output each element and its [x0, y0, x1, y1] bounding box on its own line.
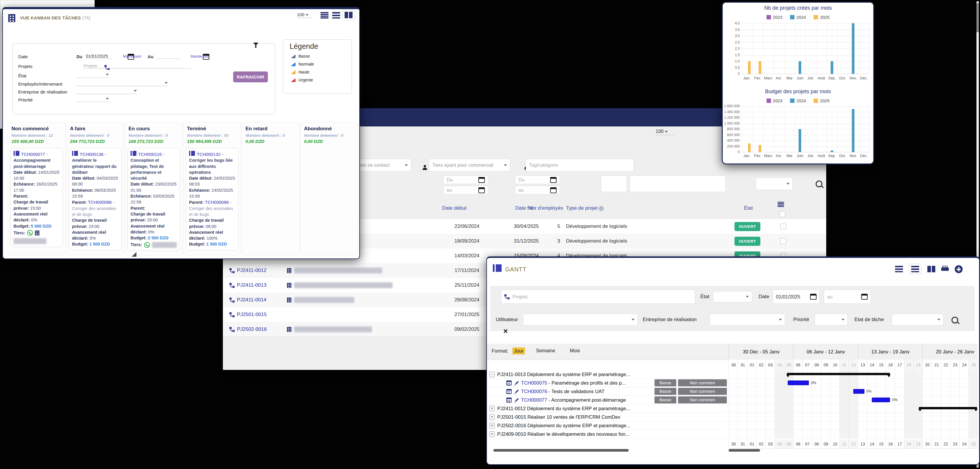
kanban-view-selected-box[interactable]: [342, 10, 355, 20]
parent-task-link[interactable]: TCH000086 -: [88, 200, 115, 205]
col-header-type[interactable]: Type de projet i: [566, 205, 604, 211]
print-icon[interactable]: [941, 266, 949, 272]
gantt-task-row[interactable]: TCH000076 - Tests de validations UATBass…: [487, 387, 727, 396]
task-ref-link[interactable]: TCH000075: [521, 380, 547, 386]
gantt-left-scrollbar-thumb[interactable]: [493, 449, 628, 452]
task-ref-link[interactable]: TCH000077: [521, 397, 547, 403]
task-ref-link[interactable]: TCH000136 -: [80, 152, 106, 157]
expander-icon[interactable]: +: [489, 406, 495, 411]
gantt-date-input[interactable]: 01/01/2025: [773, 289, 820, 304]
gantt-summary-bar[interactable]: [787, 373, 890, 375]
edit-pencil-icon[interactable]: [515, 389, 519, 394]
row-checkbox[interactable]: [780, 238, 786, 244]
task-ref-link[interactable]: TCH000132 -: [197, 152, 223, 157]
format-option-jour[interactable]: Jour: [512, 347, 525, 355]
kanban-page-size-select[interactable]: 100: [297, 12, 312, 18]
gantt-project-row[interactable]: -PJ2411-0013 Déploiement du système ERP …: [487, 370, 727, 379]
add-icon[interactable]: [955, 265, 963, 273]
filter-projets-input[interactable]: Projets: [83, 63, 191, 68]
gantt-task-row[interactable]: TCH000075 - Paramétrage des profils et d…: [487, 379, 727, 387]
gantt-etat-select[interactable]: [713, 291, 752, 302]
gantt-date-au-input[interactable]: au: [824, 289, 871, 304]
edit-pencil-icon[interactable]: [515, 397, 519, 402]
format-option-mois[interactable]: Mois: [568, 347, 582, 354]
calendar-icon[interactable]: [478, 177, 485, 183]
company-icon[interactable]: [35, 231, 40, 235]
project-ref-link[interactable]: PJ2411-0014: [237, 297, 266, 303]
resize-grip-icon[interactable]: [132, 252, 137, 257]
expander-icon[interactable]: +: [489, 414, 495, 420]
gantt-search-icon[interactable]: [951, 317, 958, 323]
whatsapp-icon[interactable]: [27, 230, 33, 236]
gantt-task-bar[interactable]: [853, 389, 864, 394]
employees-filter-input[interactable]: [601, 176, 627, 192]
filter-entreprise-select[interactable]: [76, 88, 137, 94]
select-all-checkbox[interactable]: [780, 211, 785, 217]
calendar-icon[interactable]: [550, 177, 557, 183]
compact-view-icon[interactable]: [332, 12, 340, 19]
gantt-project-row[interactable]: +PJ2411-0012 Déploiement du système ERP …: [487, 404, 727, 413]
gantt-project-row[interactable]: +PJ2501-0015 Réaliser 10 ventes de l'ERP…: [487, 413, 727, 421]
date-debut-au-input[interactable]: au: [443, 186, 488, 194]
expander-icon[interactable]: -: [489, 372, 495, 377]
col-header-date-debut[interactable]: Date début: [425, 205, 484, 211]
date-fin-du-input[interactable]: Du: [515, 176, 560, 184]
gantt-project-row[interactable]: +PJ2502-0016 Déploiement du système ERP …: [487, 421, 727, 430]
gantt-projects-input[interactable]: Projets: [501, 289, 695, 304]
filter-etat-select[interactable]: [76, 72, 109, 78]
gantt-project-row[interactable]: +PJ2409-0010 Réaliser le dévellopements …: [487, 430, 727, 439]
refresh-button[interactable]: RAFRAICHIR: [233, 72, 268, 82]
gantt-task-row[interactable]: TCH000077 - Accompagnement post-démarrag…: [487, 396, 727, 404]
expander-icon[interactable]: +: [489, 423, 495, 428]
date-fin-au-input[interactable]: au: [515, 186, 560, 194]
filter-au-input[interactable]: [156, 54, 180, 59]
project-ref-link[interactable]: PJ2411-0012: [237, 267, 266, 273]
gantt-task-bar[interactable]: [788, 380, 809, 385]
list-view-icon[interactable]: [320, 12, 328, 19]
filter-employes-select[interactable]: [76, 80, 168, 86]
tag-category-input[interactable]: Tag/catégorie: [526, 159, 634, 172]
now-link-1[interactable]: Maintenant: [123, 54, 141, 59]
gantt-task-bar[interactable]: [872, 397, 890, 402]
calendar-icon[interactable]: [550, 187, 557, 193]
list-view-icon[interactable]: [895, 266, 903, 272]
status-filter-select[interactable]: [756, 178, 793, 190]
task-ref-link[interactable]: TCH000076: [521, 389, 547, 394]
format-option-semaine[interactable]: Semaine: [535, 347, 557, 354]
expander-icon[interactable]: +: [489, 431, 495, 437]
task-ref-link[interactable]: TCH000077 -: [21, 152, 48, 157]
task-ref-link[interactable]: TCH000116 -: [138, 152, 164, 157]
kanban-card[interactable]: TCH000077 - Accompagnement post-démarrag…: [10, 148, 63, 247]
filter-priorite-select[interactable]: [76, 96, 109, 102]
type-filter-input[interactable]: [630, 176, 725, 192]
calendar-icon[interactable]: [506, 397, 512, 402]
gantt-entreprise-select[interactable]: [710, 314, 785, 326]
row-checkbox[interactable]: [780, 224, 786, 229]
calendar-icon[interactable]: [861, 294, 868, 300]
column-selector-icon[interactable]: [778, 202, 784, 207]
now-link-2[interactable]: Maintenant: [191, 54, 209, 59]
gantt-grid-scrollbar-thumb[interactable]: [729, 449, 760, 452]
calendar-icon[interactable]: [506, 389, 512, 394]
projects-page-size-select[interactable]: 100: [656, 129, 675, 135]
project-ref-link[interactable]: PJ2502-0016: [237, 326, 267, 332]
search-icon[interactable]: [816, 181, 822, 187]
calendar-icon[interactable]: [478, 187, 485, 193]
filter-du-input[interactable]: 01/01/2025: [86, 54, 112, 59]
col-header-etat[interactable]: État: [719, 205, 778, 211]
kanban-card[interactable]: TCH000132 - Corriger les bugs liée aux d…: [186, 148, 239, 250]
calendar-icon[interactable]: [810, 294, 816, 300]
gantt-priorite-select[interactable]: [815, 314, 848, 326]
gantt-summary-bar[interactable]: [919, 407, 977, 409]
date-debut-du-input[interactable]: Du: [443, 176, 488, 184]
project-ref-link[interactable]: PJ2411-0013: [237, 282, 266, 288]
kanban-view-icon[interactable]: [928, 266, 935, 272]
project-ref-link[interactable]: PJ2501-0015: [237, 312, 267, 318]
tiers-commercial-select[interactable]: Tiers ayant pour commercial: [429, 159, 510, 172]
gantt-etat-tache-select[interactable]: [892, 314, 943, 326]
gantt-clear-icon[interactable]: [503, 329, 508, 334]
whatsapp-icon[interactable]: [144, 242, 150, 248]
parent-task-link[interactable]: TCH000086 -: [205, 200, 231, 205]
edit-pencil-icon[interactable]: [515, 380, 519, 385]
col-header-employees[interactable]: Nbr d'employés: [519, 205, 563, 211]
